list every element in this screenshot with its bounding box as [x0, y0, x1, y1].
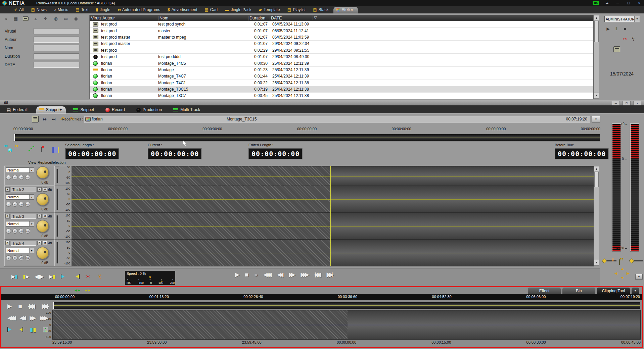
- clip-position-marker[interactable]: [53, 302, 54, 309]
- scroll-down-icon[interactable]: ▼: [594, 93, 599, 98]
- gain-knob[interactable]: [36, 166, 49, 179]
- position-marker[interactable]: [14, 134, 15, 141]
- user-action-icon[interactable]: [630, 46, 636, 52]
- search-field-input[interactable]: [34, 53, 79, 59]
- main-tab[interactable]: Text: [73, 6, 93, 13]
- edit-tool-icon[interactable]: [35, 273, 44, 280]
- main-tab[interactable]: All: [11, 6, 28, 13]
- routing-button[interactable]: L/R: [19, 202, 24, 207]
- transport-button[interactable]: [315, 272, 321, 278]
- routing-button[interactable]: R: [12, 202, 17, 207]
- clip-transport-button[interactable]: [30, 315, 36, 321]
- table-row[interactable]: florian Montage_T4C1 0:00:22 25/04/2024 …: [90, 80, 593, 86]
- editor-tab[interactable]: Snippet: [71, 106, 98, 113]
- clip-transport-button[interactable]: [42, 303, 48, 309]
- col-header-auteur[interactable]: Auteur: [101, 16, 158, 20]
- routing-button[interactable]: L/R: [19, 229, 24, 234]
- scrollbar-thumb[interactable]: [594, 172, 599, 187]
- col-header-viruta[interactable]: Viruta: [90, 16, 101, 20]
- tracks-scrollbar[interactable]: ▲ ▼: [594, 166, 599, 266]
- toolbar-icon[interactable]: [14, 116, 20, 122]
- track-name-field[interactable]: Track 2: [11, 187, 36, 192]
- tab-bin[interactable]: Bin: [562, 287, 596, 294]
- maximize-button[interactable]: □: [626, 1, 631, 5]
- transport-button[interactable]: [289, 272, 295, 278]
- table-row[interactable]: florian Montage_T4C5 0:00:30 25/04/2024 …: [90, 60, 593, 66]
- editor-tab[interactable]: Record: [103, 106, 129, 113]
- table-row[interactable]: test prod 0:01:29 29/04/2024 09:21:55: [90, 47, 593, 54]
- toolbar-icon[interactable]: [32, 116, 39, 122]
- selection-tool-icon[interactable]: [52, 147, 59, 153]
- recent-files-label[interactable]: Recent files :: [62, 117, 83, 121]
- clip-marker-button[interactable]: [7, 327, 12, 332]
- track-mode-select[interactable]: Normal ▼: [6, 221, 34, 227]
- track-solo-button[interactable]: S: [37, 187, 42, 192]
- filter-type-icon[interactable]: [13, 15, 19, 21]
- track-fader[interactable]: [55, 212, 59, 239]
- search-field-input[interactable]: [34, 45, 79, 51]
- track-fader[interactable]: [55, 166, 59, 186]
- track-mute-button[interactable]: M: [43, 187, 47, 192]
- routing-button[interactable]: R: [12, 229, 17, 234]
- transport-button[interactable]: [327, 272, 333, 278]
- track-mute-button[interactable]: M: [43, 241, 47, 245]
- search-field-input[interactable]: [34, 37, 79, 43]
- pause-link-icon[interactable]: ‖: [612, 258, 614, 262]
- track-mode-select[interactable]: Normal ▼: [6, 167, 34, 173]
- track-mode-select[interactable]: Normal ▼: [6, 194, 34, 200]
- filter-type-icon[interactable]: [83, 15, 89, 21]
- track-solo-button[interactable]: S: [37, 241, 42, 245]
- meter-dropdown-button[interactable]: ▼: [635, 274, 643, 280]
- routing-button[interactable]: L: [6, 175, 11, 180]
- toolbar-icon[interactable]: [51, 116, 57, 122]
- main-tab[interactable]: Jingle: [93, 6, 115, 13]
- user-action-icon[interactable]: [622, 46, 628, 52]
- gain-knob[interactable]: [36, 220, 49, 233]
- filter-type-icon[interactable]: [73, 15, 79, 21]
- tab-effect[interactable]: Effect: [527, 287, 561, 294]
- filter-type-icon[interactable]: [53, 15, 59, 21]
- tab-clipping-tool[interactable]: Clipping Tool: [597, 287, 630, 294]
- balance-slider-left[interactable]: [602, 260, 616, 261]
- clip-marker-button[interactable]: [18, 327, 23, 332]
- minimize-button[interactable]: ─: [615, 1, 620, 5]
- routing-button[interactable]: R: [12, 175, 17, 180]
- search-field-input[interactable]: [34, 62, 79, 68]
- routing-button[interactable]: L: [6, 255, 11, 260]
- main-tab[interactable]: Music: [51, 6, 73, 13]
- edit-tool-icon[interactable]: [96, 273, 102, 280]
- clip-transport-button[interactable]: [7, 303, 12, 309]
- clip-transport-button[interactable]: [19, 315, 26, 321]
- gain-knob[interactable]: [36, 247, 49, 259]
- child-maximize-button[interactable]: □: [623, 101, 631, 106]
- pad-left-icon[interactable]: ◀: [614, 271, 617, 276]
- edit-tool-icon[interactable]: [73, 274, 80, 279]
- user-action-icon[interactable]: [613, 46, 620, 52]
- clip-transport-button[interactable]: [7, 315, 16, 321]
- edit-tool-icon[interactable]: [11, 273, 18, 280]
- editor-tab[interactable]: Snippet+: [36, 106, 66, 113]
- track-mode-select[interactable]: Normal ▼: [6, 248, 34, 253]
- user-action-icon[interactable]: [630, 26, 636, 32]
- file-dropdown-button[interactable]: ▼: [592, 116, 600, 122]
- clip-transport-button[interactable]: [29, 303, 35, 309]
- child-minimize-button[interactable]: ─: [612, 101, 620, 106]
- main-tab[interactable]: Jingle Pack: [222, 6, 256, 13]
- table-row[interactable]: test prod master master to mpeg 0:01:07 …: [90, 34, 593, 41]
- clip-tab-dropdown[interactable]: ▼: [631, 287, 639, 294]
- edit-tool-icon[interactable]: [85, 273, 91, 280]
- toolbar-icon[interactable]: [5, 116, 11, 122]
- pad-down-icon[interactable]: ▼: [620, 276, 624, 280]
- main-tab[interactable]: Stack: [310, 6, 333, 13]
- edit-tool-icon[interactable]: [23, 273, 30, 280]
- main-tab[interactable]: Template: [256, 6, 285, 13]
- routing-button[interactable]: R/L: [25, 202, 30, 207]
- scroll-up-icon[interactable]: ▲: [594, 15, 599, 21]
- track-name-field[interactable]: Track 4: [11, 241, 36, 246]
- track-record-button[interactable]: R: [5, 214, 10, 218]
- search-field-input[interactable]: [34, 28, 79, 34]
- user-action-icon[interactable]: [613, 36, 619, 42]
- table-scrollbar[interactable]: ▲ ▼: [594, 15, 599, 99]
- routing-button[interactable]: R/L: [25, 255, 30, 260]
- routing-button[interactable]: L: [6, 229, 11, 234]
